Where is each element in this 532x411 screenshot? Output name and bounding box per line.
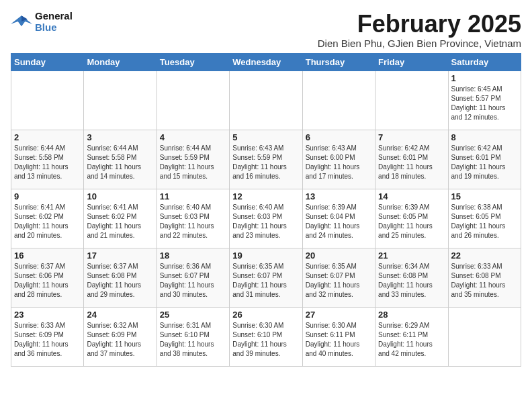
day-info: Sunrise: 6:30 AM Sunset: 6:10 PM Dayligh… xyxy=(232,321,299,359)
day-info: Sunrise: 6:45 AM Sunset: 5:57 PM Dayligh… xyxy=(451,85,518,122)
day-number: 17 xyxy=(87,250,153,261)
day-info: Sunrise: 6:39 AM Sunset: 6:04 PM Dayligh… xyxy=(306,203,372,240)
calendar-cell: 22Sunrise: 6:33 AM Sunset: 6:08 PM Dayli… xyxy=(448,248,521,307)
day-number: 27 xyxy=(306,310,372,320)
day-number: 20 xyxy=(306,250,372,261)
weekday-header-row: SundayMondayTuesdayWednesdayThursdayFrid… xyxy=(11,53,521,71)
day-number: 23 xyxy=(14,310,81,320)
month-title: February 2025 xyxy=(318,11,521,38)
day-info: Sunrise: 6:38 AM Sunset: 6:05 PM Dayligh… xyxy=(451,203,518,240)
day-number: 22 xyxy=(451,250,518,261)
logo-text-line2: Blue xyxy=(35,22,73,34)
weekday-header: Saturday xyxy=(448,53,521,71)
calendar: SundayMondayTuesdayWednesdayThursdayFrid… xyxy=(11,53,521,367)
day-info: Sunrise: 6:41 AM Sunset: 6:02 PM Dayligh… xyxy=(14,203,81,240)
weekday-header: Monday xyxy=(84,53,157,71)
day-number: 9 xyxy=(14,191,81,201)
weekday-header: Thursday xyxy=(302,53,375,71)
calendar-cell xyxy=(375,71,448,130)
day-info: Sunrise: 6:33 AM Sunset: 6:09 PM Dayligh… xyxy=(14,321,81,359)
title-block: February 2025 Dien Bien Phu, GJien Bien … xyxy=(318,11,521,49)
calendar-cell: 1Sunrise: 6:45 AM Sunset: 5:57 PM Daylig… xyxy=(448,71,521,130)
day-info: Sunrise: 6:30 AM Sunset: 6:11 PM Dayligh… xyxy=(306,321,372,359)
day-info: Sunrise: 6:40 AM Sunset: 6:03 PM Dayligh… xyxy=(160,203,226,240)
day-info: Sunrise: 6:41 AM Sunset: 6:02 PM Dayligh… xyxy=(87,203,153,240)
calendar-cell xyxy=(448,307,521,366)
logo: General Blue xyxy=(11,11,73,33)
calendar-cell: 21Sunrise: 6:34 AM Sunset: 6:08 PM Dayli… xyxy=(375,248,448,307)
day-number: 13 xyxy=(306,191,372,201)
calendar-cell: 12Sunrise: 6:40 AM Sunset: 6:03 PM Dayli… xyxy=(230,189,302,248)
day-number: 26 xyxy=(232,310,299,320)
day-number: 11 xyxy=(160,191,226,201)
calendar-cell: 13Sunrise: 6:39 AM Sunset: 6:04 PM Dayli… xyxy=(302,189,375,248)
day-number: 16 xyxy=(14,250,81,261)
day-number: 19 xyxy=(232,250,299,261)
day-info: Sunrise: 6:35 AM Sunset: 6:07 PM Dayligh… xyxy=(306,262,372,300)
calendar-cell: 5Sunrise: 6:43 AM Sunset: 5:59 PM Daylig… xyxy=(230,130,302,189)
day-number: 2 xyxy=(14,132,81,142)
day-info: Sunrise: 6:44 AM Sunset: 5:59 PM Dayligh… xyxy=(160,144,226,181)
calendar-cell: 8Sunrise: 6:42 AM Sunset: 6:01 PM Daylig… xyxy=(448,130,521,189)
calendar-cell xyxy=(157,71,229,130)
day-number: 21 xyxy=(378,250,445,261)
calendar-week-row: 1Sunrise: 6:45 AM Sunset: 5:57 PM Daylig… xyxy=(11,71,521,130)
day-info: Sunrise: 6:42 AM Sunset: 6:01 PM Dayligh… xyxy=(451,144,518,181)
day-number: 12 xyxy=(232,191,299,201)
calendar-cell: 23Sunrise: 6:33 AM Sunset: 6:09 PM Dayli… xyxy=(11,307,84,366)
day-number: 1 xyxy=(451,73,518,83)
calendar-cell xyxy=(11,71,84,130)
calendar-cell: 24Sunrise: 6:32 AM Sunset: 6:09 PM Dayli… xyxy=(84,307,157,366)
calendar-cell: 11Sunrise: 6:40 AM Sunset: 6:03 PM Dayli… xyxy=(157,189,229,248)
day-number: 18 xyxy=(160,250,226,261)
calendar-cell: 20Sunrise: 6:35 AM Sunset: 6:07 PM Dayli… xyxy=(302,248,375,307)
day-info: Sunrise: 6:34 AM Sunset: 6:08 PM Dayligh… xyxy=(378,262,445,300)
calendar-cell: 9Sunrise: 6:41 AM Sunset: 6:02 PM Daylig… xyxy=(11,189,84,248)
day-number: 10 xyxy=(87,191,153,201)
day-info: Sunrise: 6:43 AM Sunset: 5:59 PM Dayligh… xyxy=(232,144,299,181)
calendar-cell: 3Sunrise: 6:44 AM Sunset: 5:58 PM Daylig… xyxy=(84,130,157,189)
calendar-cell xyxy=(84,71,157,130)
day-info: Sunrise: 6:36 AM Sunset: 6:07 PM Dayligh… xyxy=(160,262,226,300)
calendar-cell xyxy=(230,71,302,130)
day-info: Sunrise: 6:39 AM Sunset: 6:05 PM Dayligh… xyxy=(378,203,445,240)
day-number: 7 xyxy=(378,132,445,142)
calendar-cell: 14Sunrise: 6:39 AM Sunset: 6:05 PM Dayli… xyxy=(375,189,448,248)
day-info: Sunrise: 6:32 AM Sunset: 6:09 PM Dayligh… xyxy=(87,321,153,359)
location: Dien Bien Phu, GJien Bien Province, Viet… xyxy=(318,38,521,49)
calendar-week-row: 9Sunrise: 6:41 AM Sunset: 6:02 PM Daylig… xyxy=(11,189,521,248)
calendar-cell: 4Sunrise: 6:44 AM Sunset: 5:59 PM Daylig… xyxy=(157,130,229,189)
day-number: 15 xyxy=(451,191,518,201)
day-info: Sunrise: 6:40 AM Sunset: 6:03 PM Dayligh… xyxy=(232,203,299,240)
logo-icon xyxy=(11,13,32,32)
calendar-cell: 10Sunrise: 6:41 AM Sunset: 6:02 PM Dayli… xyxy=(84,189,157,248)
calendar-cell: 16Sunrise: 6:37 AM Sunset: 6:06 PM Dayli… xyxy=(11,248,84,307)
day-number: 6 xyxy=(306,132,372,142)
weekday-header: Friday xyxy=(375,53,448,71)
calendar-week-row: 2Sunrise: 6:44 AM Sunset: 5:58 PM Daylig… xyxy=(11,130,521,189)
day-number: 28 xyxy=(378,310,445,320)
calendar-week-row: 16Sunrise: 6:37 AM Sunset: 6:06 PM Dayli… xyxy=(11,248,521,307)
weekday-header: Tuesday xyxy=(157,53,229,71)
day-info: Sunrise: 6:44 AM Sunset: 5:58 PM Dayligh… xyxy=(14,144,81,181)
day-number: 8 xyxy=(451,132,518,142)
calendar-cell: 18Sunrise: 6:36 AM Sunset: 6:07 PM Dayli… xyxy=(157,248,229,307)
day-info: Sunrise: 6:37 AM Sunset: 6:06 PM Dayligh… xyxy=(14,262,81,300)
day-info: Sunrise: 6:29 AM Sunset: 6:11 PM Dayligh… xyxy=(378,321,445,359)
day-info: Sunrise: 6:35 AM Sunset: 6:07 PM Dayligh… xyxy=(232,262,299,300)
calendar-cell: 19Sunrise: 6:35 AM Sunset: 6:07 PM Dayli… xyxy=(230,248,302,307)
calendar-cell: 17Sunrise: 6:37 AM Sunset: 6:08 PM Dayli… xyxy=(84,248,157,307)
calendar-cell: 15Sunrise: 6:38 AM Sunset: 6:05 PM Dayli… xyxy=(448,189,521,248)
logo-text-line1: General xyxy=(35,11,73,22)
day-number: 25 xyxy=(160,310,226,320)
calendar-cell: 25Sunrise: 6:31 AM Sunset: 6:10 PM Dayli… xyxy=(157,307,229,366)
calendar-cell: 27Sunrise: 6:30 AM Sunset: 6:11 PM Dayli… xyxy=(302,307,375,366)
day-info: Sunrise: 6:31 AM Sunset: 6:10 PM Dayligh… xyxy=(160,321,226,359)
day-info: Sunrise: 6:33 AM Sunset: 6:08 PM Dayligh… xyxy=(451,262,518,300)
weekday-header: Sunday xyxy=(11,53,84,71)
calendar-week-row: 23Sunrise: 6:33 AM Sunset: 6:09 PM Dayli… xyxy=(11,307,521,366)
day-number: 3 xyxy=(87,132,153,142)
day-number: 5 xyxy=(232,132,299,142)
day-info: Sunrise: 6:37 AM Sunset: 6:08 PM Dayligh… xyxy=(87,262,153,300)
calendar-cell: 2Sunrise: 6:44 AM Sunset: 5:58 PM Daylig… xyxy=(11,130,84,189)
